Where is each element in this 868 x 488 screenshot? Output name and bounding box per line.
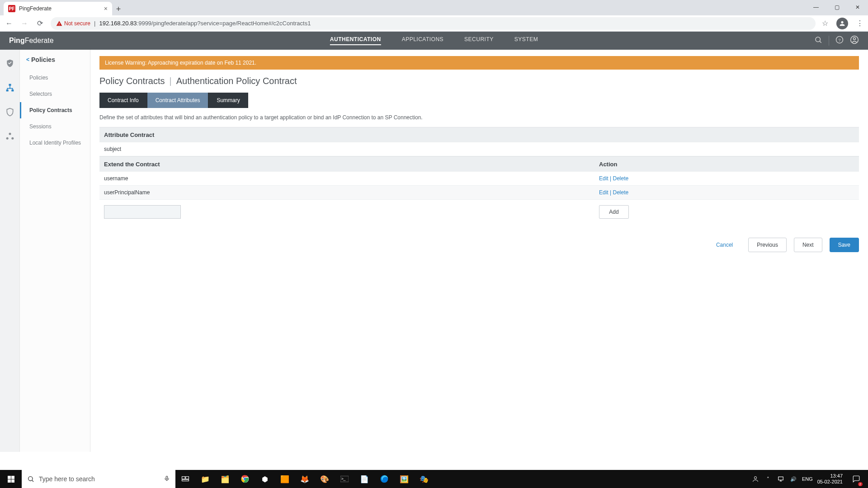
- side-item-selectors[interactable]: Selectors: [20, 86, 90, 102]
- search-placeholder: Type here to search: [39, 475, 95, 483]
- logo-bold: Ping: [9, 37, 25, 44]
- notification-badge: 2: [858, 482, 863, 486]
- clock[interactable]: 13:47 05-02-2021: [817, 473, 843, 485]
- extend-attr-name: username: [104, 175, 599, 182]
- sitemap-icon[interactable]: [5, 83, 14, 94]
- app-icon-3[interactable]: 🟧: [275, 470, 295, 488]
- bookmark-icon[interactable]: ☆: [822, 19, 828, 28]
- url-field[interactable]: Not secure | 192.168.20.83:9999/pingfede…: [51, 17, 816, 30]
- kebab-menu-icon[interactable]: ⋮: [856, 19, 863, 28]
- extend-row-username: username Edit | Delete: [99, 172, 859, 186]
- breadcrumb-current: Authentication Policy Contract: [176, 76, 297, 86]
- edge-icon[interactable]: [374, 470, 394, 488]
- tab-summary[interactable]: Summary: [208, 93, 248, 108]
- svg-rect-24: [778, 477, 783, 480]
- extend-row-actions: Edit | Delete: [599, 189, 854, 196]
- paint-icon[interactable]: 🎨: [315, 470, 335, 488]
- nav-security[interactable]: SECURITY: [464, 36, 494, 45]
- close-window-button[interactable]: ✕: [847, 0, 868, 14]
- file-explorer-icon[interactable]: 📁: [195, 470, 215, 488]
- extend-header-label: Extend the Contract: [104, 161, 599, 168]
- maximize-button[interactable]: ▢: [826, 0, 847, 14]
- chevron-left-icon: <: [26, 56, 29, 63]
- action-center-icon[interactable]: 2: [847, 470, 865, 488]
- network-icon[interactable]: [777, 476, 785, 482]
- notepad-icon[interactable]: 📄: [354, 470, 374, 488]
- tab-title: PingFederate: [19, 5, 52, 12]
- edit-link[interactable]: Edit: [599, 175, 609, 182]
- svg-rect-16: [186, 477, 189, 479]
- svg-line-13: [32, 480, 33, 482]
- side-panel-title[interactable]: < Policies: [20, 56, 90, 70]
- back-button[interactable]: ←: [5, 19, 14, 28]
- add-button[interactable]: Add: [599, 205, 629, 219]
- address-bar: ← → ⟳ Not secure | 192.168.20.83:9999/pi…: [0, 15, 868, 32]
- side-item-local-identity[interactable]: Local Identity Profiles: [20, 135, 90, 151]
- search-icon[interactable]: [814, 36, 822, 46]
- extend-row-actions: Edit | Delete: [599, 175, 854, 182]
- windows-taskbar: Type here to search 📁 🗂️ ⬢ 🟧 🦊 🎨 >_ 📄 🖼️…: [0, 470, 868, 488]
- edit-link[interactable]: Edit: [599, 189, 609, 196]
- side-item-policies[interactable]: Policies: [20, 70, 90, 86]
- app-icon-1[interactable]: 🗂️: [215, 470, 235, 488]
- mic-icon[interactable]: [164, 475, 170, 483]
- delete-link[interactable]: Delete: [613, 175, 628, 182]
- windows-logo-icon: [8, 476, 14, 483]
- url-text: 192.168.20.83:9999/pingfederate/app?serv…: [99, 20, 311, 27]
- insecure-label: Not secure: [64, 20, 90, 27]
- shield-icon[interactable]: [5, 108, 14, 118]
- insecure-badge[interactable]: Not secure: [56, 20, 90, 27]
- tab-contract-attributes[interactable]: Contract Attributes: [147, 93, 208, 108]
- system-tray: ˄ 🔊 ENG 13:47 05-02-2021 2: [751, 470, 868, 488]
- shield-check-icon[interactable]: [5, 59, 14, 70]
- forward-button[interactable]: →: [20, 19, 29, 28]
- breadcrumb-parent[interactable]: Policy Contracts: [99, 76, 165, 86]
- clock-time: 13:47: [817, 473, 843, 479]
- svg-point-23: [754, 477, 756, 479]
- action-header-label: Action: [599, 161, 854, 168]
- task-view-icon[interactable]: [175, 470, 195, 488]
- tab-contract-info[interactable]: Contract Info: [99, 93, 147, 108]
- extend-attr-name: userPrincipalName: [104, 189, 599, 196]
- svg-point-11: [11, 137, 14, 140]
- minimize-button[interactable]: —: [806, 0, 826, 14]
- account-icon[interactable]: [850, 35, 859, 46]
- svg-line-1: [820, 41, 821, 42]
- side-item-sessions[interactable]: Sessions: [20, 118, 90, 135]
- app-icon-5[interactable]: 🎭: [414, 470, 434, 488]
- next-button[interactable]: Next: [794, 238, 822, 252]
- save-button[interactable]: Save: [830, 238, 859, 252]
- nav-applications[interactable]: APPLICATIONS: [402, 36, 443, 45]
- svg-text:?: ?: [838, 38, 841, 42]
- profile-button[interactable]: [836, 18, 848, 29]
- window-controls: — ▢ ✕: [806, 0, 868, 14]
- nav-authentication[interactable]: AUTHENTICATION: [330, 36, 381, 45]
- chrome-icon[interactable]: [235, 470, 255, 488]
- language-indicator[interactable]: ENG: [802, 476, 813, 482]
- breadcrumb-separator: |: [170, 76, 172, 86]
- tray-chevron-icon[interactable]: ˄: [764, 476, 772, 482]
- nodes-icon[interactable]: [5, 132, 14, 143]
- app-icon-4[interactable]: 🖼️: [394, 470, 414, 488]
- reload-button[interactable]: ⟳: [35, 19, 44, 28]
- delete-link[interactable]: Delete: [613, 189, 628, 196]
- taskbar-search[interactable]: Type here to search: [22, 470, 175, 488]
- help-icon[interactable]: ?: [835, 36, 844, 46]
- firefox-icon[interactable]: 🦊: [295, 470, 315, 488]
- previous-button[interactable]: Previous: [748, 238, 787, 252]
- app-icon-2[interactable]: ⬢: [255, 470, 275, 488]
- new-attribute-input[interactable]: [104, 205, 181, 219]
- volume-icon[interactable]: 🔊: [789, 476, 797, 482]
- nav-system[interactable]: SYSTEM: [514, 36, 538, 45]
- side-item-policy-contracts[interactable]: Policy Contracts: [20, 102, 90, 118]
- tab-close-icon[interactable]: ×: [104, 5, 108, 12]
- start-button[interactable]: [0, 470, 22, 488]
- svg-point-9: [9, 133, 11, 135]
- new-tab-button[interactable]: +: [112, 3, 125, 15]
- app-logo[interactable]: PingFederate: [9, 37, 54, 45]
- extend-row-userprincipalname: userPrincipalName Edit | Delete: [99, 186, 859, 200]
- people-icon[interactable]: [751, 475, 760, 483]
- terminal-icon[interactable]: >_: [335, 470, 354, 488]
- cancel-button[interactable]: Cancel: [708, 238, 741, 252]
- browser-tab[interactable]: PF PingFederate ×: [4, 2, 112, 15]
